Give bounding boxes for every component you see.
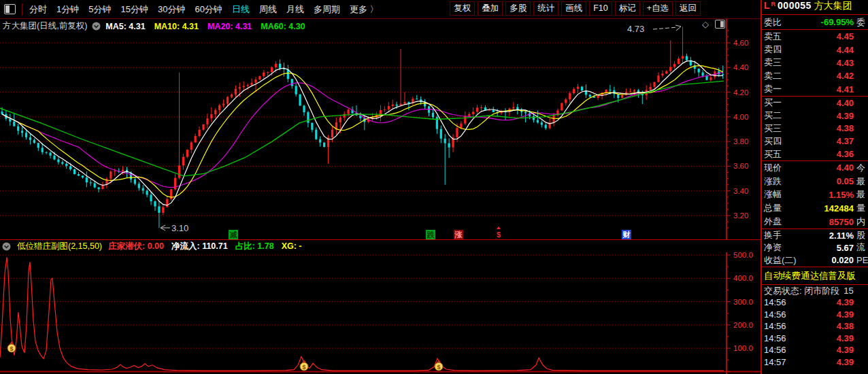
cut-label: 内 xyxy=(854,216,868,228)
money-bag-icon: $ xyxy=(300,360,308,371)
toolbar-button-+自选[interactable]: +自选 xyxy=(643,1,673,16)
period-tab-5分钟[interactable]: 5分钟 xyxy=(88,4,111,14)
period-tab-周线[interactable]: 周线 xyxy=(259,4,277,14)
svg-text:4.40: 4.40 xyxy=(733,63,748,71)
toolbar-button-统计[interactable]: 统计 xyxy=(533,1,558,16)
sell-quotes: 卖五4.45卖四4.44卖三4.43卖二4.42卖一4.41 xyxy=(762,30,868,96)
quote-value: 4.37 xyxy=(782,136,854,146)
info-row[interactable]: 收益(二)0.020PE xyxy=(762,254,868,267)
indicator-field: 占比: 1.78 xyxy=(235,241,274,251)
toolbar-button-叠加[interactable]: 叠加 xyxy=(478,1,503,16)
indicator-sub-chart[interactable]: 低位猎庄副图(2,15,50) 庄家潜伏: 0.00净流入: 110.71占比:… xyxy=(0,240,761,374)
event-marker-财[interactable]: 财 xyxy=(622,230,631,239)
quote-value: 4.43 xyxy=(782,58,854,68)
info-row[interactable]: 净资5.67流 xyxy=(762,241,868,254)
cut-label: PE xyxy=(854,255,868,265)
tick-price: 4.38 xyxy=(786,321,854,331)
candlestick-plot[interactable]: 3.203.403.603.804.004.204.404.604.733.10 xyxy=(0,19,761,239)
info-row[interactable]: 外盘85750内 xyxy=(762,215,868,228)
svg-text:$: $ xyxy=(10,345,13,352)
trade-status-row: 交易状态: 闭市阶段 15 xyxy=(762,285,868,296)
svg-text:500.0: 500.0 xyxy=(733,252,753,259)
info-row[interactable]: 现价4.40今 xyxy=(762,161,868,175)
info-row[interactable]: 换手2.11%股 xyxy=(762,229,868,241)
quote-label: 总量 xyxy=(764,202,782,214)
event-marker-$[interactable]: $ xyxy=(494,230,503,239)
cut-label: 今 xyxy=(854,162,868,174)
chevron-down-circle-icon[interactable] xyxy=(92,22,101,31)
quote-label: 买二 xyxy=(764,109,782,122)
quote-value: 85750 xyxy=(782,217,854,227)
sell-row[interactable]: 卖三4.43 xyxy=(762,56,868,69)
weibi-row[interactable]: 委比 -69.95% 委 xyxy=(762,15,868,29)
ma-label: MA5: 4.31 xyxy=(105,22,145,31)
period-tab-月线[interactable]: 月线 xyxy=(286,4,304,14)
svg-text:3.40: 3.40 xyxy=(733,187,748,195)
period-tab-分时[interactable]: 分时 xyxy=(29,4,47,14)
toolbar-button-F10[interactable]: F10 xyxy=(589,1,612,16)
cut-label: 量 xyxy=(854,202,868,214)
renewal-notice-link[interactable]: 自动续费通达信普及版 xyxy=(762,267,868,284)
sell-row[interactable]: 卖四4.44 xyxy=(762,43,868,56)
buy-row[interactable]: 买一4.40 xyxy=(762,97,868,109)
window-layout-icon[interactable] xyxy=(4,4,16,14)
quote-label: 涨跌 xyxy=(764,175,782,188)
sell-row[interactable]: 卖五4.45 xyxy=(762,30,868,43)
toolbar-button-复权[interactable]: 复权 xyxy=(450,1,475,16)
svg-text:3.60: 3.60 xyxy=(733,162,748,170)
chart-toolbar: 复权叠加多股统计画线F10标记+自选返回 xyxy=(450,1,701,16)
flag-r: R xyxy=(771,1,776,7)
buy-row[interactable]: 买五4.36 xyxy=(762,148,868,160)
event-marker-涨[interactable]: 涨 xyxy=(454,230,463,239)
tick-price: 4.39 xyxy=(786,309,854,320)
quote-label: 卖三 xyxy=(764,56,782,69)
svg-text:400.0: 400.0 xyxy=(733,274,753,282)
quote-value: 4.45 xyxy=(782,31,854,41)
price-info-rows: 现价4.40今涨跌0.05最涨幅1.15%最总量142484量外盘85750内 xyxy=(762,161,868,228)
period-tab-日线[interactable]: 日线 xyxy=(232,4,250,14)
info-row[interactable]: 总量142484量 xyxy=(762,201,868,215)
quote-value: 4.39 xyxy=(782,111,854,121)
panel-split-icon[interactable] xyxy=(715,20,725,29)
period-tab-30分钟[interactable]: 30分钟 xyxy=(158,4,185,14)
buy-row[interactable]: 买三4.38 xyxy=(762,122,868,135)
event-marker-跌[interactable]: 跌 xyxy=(426,230,435,239)
quote-value: 4.38 xyxy=(782,123,854,133)
weibi-value: -69.95% xyxy=(782,17,854,27)
toolbar-button-标记[interactable]: 标记 xyxy=(615,1,640,16)
cut-label: 流 xyxy=(854,241,868,254)
svg-text:3.10: 3.10 xyxy=(171,223,188,233)
chart-header: 方大集团(日线,前复权) MA5: 4.31MA10: 4.31MA20: 4.… xyxy=(3,20,314,32)
chevron-down-circle-icon[interactable] xyxy=(2,242,11,251)
toolbar-button-返回[interactable]: 返回 xyxy=(675,1,701,16)
quote-value: 2.11% xyxy=(782,231,854,241)
buy-row[interactable]: 买四4.37 xyxy=(762,135,868,148)
ma-legend: MA5: 4.31MA10: 4.31MA20: 4.31MA60: 4.30 xyxy=(105,22,314,31)
stock-header[interactable]: LR000055方大集团 xyxy=(762,0,868,14)
quote-label: 买四 xyxy=(764,135,782,148)
info-row[interactable]: 涨跌0.05最 xyxy=(762,175,868,188)
quote-label: 现价 xyxy=(764,162,782,174)
quote-label: 换手 xyxy=(764,229,782,241)
sell-row[interactable]: 卖一4.41 xyxy=(762,83,868,96)
buy-row[interactable]: 买二4.39 xyxy=(762,109,868,122)
toolbar-button-画线[interactable]: 画线 xyxy=(561,1,586,16)
quote-label: 卖一 xyxy=(764,83,782,95)
period-tab-1分钟[interactable]: 1分钟 xyxy=(56,4,79,14)
event-marker-减[interactable]: 减 xyxy=(229,230,238,239)
info-row[interactable]: 涨幅1.15%最 xyxy=(762,188,868,202)
period-tab-多周期[interactable]: 多周期 xyxy=(314,4,340,14)
menu-divider xyxy=(22,3,22,16)
diamond-tool-icon[interactable]: ◇ xyxy=(702,20,709,29)
indicator-plot[interactable]: 100.0200.0300.0400.0500.0$$$ xyxy=(0,252,761,374)
period-tab-60分钟[interactable]: 60分钟 xyxy=(195,4,222,14)
tick-time: 14:56 xyxy=(764,309,786,320)
main-candlestick-chart[interactable]: 3.203.403.603.804.004.204.404.604.733.10… xyxy=(0,19,761,239)
stock-code: 000055 xyxy=(778,0,812,11)
tick-row: 14:564.39 xyxy=(762,344,868,356)
period-tab-更多 〉[interactable]: 更多 〉 xyxy=(350,4,379,14)
toolbar-button-多股[interactable]: 多股 xyxy=(505,1,531,16)
quote-label: 卖四 xyxy=(764,44,782,56)
period-tab-15分钟[interactable]: 15分钟 xyxy=(120,4,148,14)
sell-row[interactable]: 卖二4.42 xyxy=(762,69,868,82)
